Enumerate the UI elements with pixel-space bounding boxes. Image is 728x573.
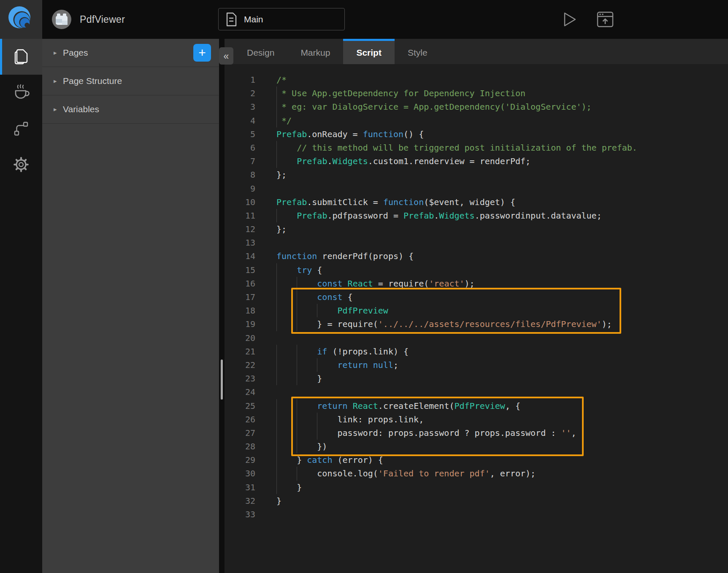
document-icon bbox=[225, 12, 237, 27]
indent-guide bbox=[297, 317, 297, 331]
tab-script[interactable]: Script bbox=[343, 39, 395, 64]
indent-guide bbox=[276, 304, 277, 317]
tab-markup[interactable]: Markup bbox=[287, 39, 343, 64]
indent-guide bbox=[276, 426, 277, 440]
code-text: if (!props.link) { bbox=[255, 345, 728, 358]
line-number: 33 bbox=[225, 508, 255, 521]
code-line: 1/* bbox=[225, 73, 728, 86]
code-line: 10Prefab.submitClick = function($event, … bbox=[225, 195, 728, 209]
code-text bbox=[255, 182, 728, 195]
indent-guide bbox=[297, 399, 297, 413]
indent-guide bbox=[276, 358, 277, 372]
triangle-right-icon: ▸ bbox=[54, 49, 60, 57]
code-text: * eg: var DialogService = App.getDepende… bbox=[255, 100, 728, 114]
indent-guide bbox=[297, 277, 297, 290]
project-info: PdfViewer bbox=[51, 0, 125, 39]
line-number: 30 bbox=[225, 467, 255, 480]
line-number: 11 bbox=[225, 209, 255, 222]
code-editor[interactable]: 1/*2 * Use App.getDependency for Depende… bbox=[225, 64, 728, 573]
sidebar-item-settings[interactable] bbox=[0, 146, 42, 182]
connector-icon bbox=[14, 121, 29, 136]
line-number: 32 bbox=[225, 494, 255, 508]
code-text: const React = require('react'); bbox=[255, 277, 728, 290]
indent-guide bbox=[297, 426, 297, 440]
indent-guide bbox=[276, 345, 277, 358]
main-page-button[interactable]: Main bbox=[218, 8, 345, 30]
indent-guide bbox=[297, 304, 297, 317]
code-line: 26 link: props.link, bbox=[225, 413, 728, 426]
line-number: 12 bbox=[225, 222, 255, 236]
triangle-right-icon: ▸ bbox=[54, 77, 60, 85]
run-button[interactable] bbox=[563, 11, 577, 27]
code-line: 21 if (!props.link) { bbox=[225, 345, 728, 358]
line-number: 18 bbox=[225, 304, 255, 317]
section-variables-label: Variables bbox=[63, 104, 99, 114]
line-number: 5 bbox=[225, 127, 255, 141]
line-number: 13 bbox=[225, 236, 255, 249]
sidebar-item-pages[interactable] bbox=[0, 39, 42, 75]
indent-guide bbox=[276, 413, 277, 426]
indent-guide bbox=[276, 399, 277, 413]
code-text: } = require('../../../assets/resources/f… bbox=[255, 317, 728, 331]
code-line: 17 const { bbox=[225, 290, 728, 304]
indent-guide bbox=[276, 209, 277, 222]
add-page-button[interactable]: + bbox=[193, 44, 211, 62]
sidebar-item-java-services[interactable] bbox=[0, 75, 42, 111]
section-pages[interactable]: ▸ Pages + bbox=[42, 39, 219, 67]
code-line: 23 } bbox=[225, 372, 728, 385]
indent-guide bbox=[276, 290, 277, 304]
code-text bbox=[255, 236, 728, 249]
scrollbar-thumb[interactable] bbox=[221, 359, 223, 400]
code-line: 19 } = require('../../../assets/resource… bbox=[225, 317, 728, 331]
section-variables[interactable]: ▸ Variables bbox=[42, 95, 219, 124]
code-line: 9 bbox=[225, 182, 728, 195]
collapse-panel-button[interactable]: « bbox=[219, 47, 233, 65]
code-text: Prefab.pdfpassword = Prefab.Widgets.pass… bbox=[255, 209, 728, 222]
code-text: console.log('Failed to render pdf', erro… bbox=[255, 467, 728, 480]
indent-guide bbox=[317, 426, 317, 440]
triangle-right-icon: ▸ bbox=[54, 105, 60, 113]
wavemaker-logo[interactable] bbox=[0, 0, 42, 39]
code-text: function renderPdf(props) { bbox=[255, 249, 728, 263]
indent-guide bbox=[317, 413, 317, 426]
line-number: 15 bbox=[225, 263, 255, 277]
line-number: 25 bbox=[225, 399, 255, 413]
line-number: 29 bbox=[225, 453, 255, 467]
line-number: 21 bbox=[225, 345, 255, 358]
preview-in-window-button[interactable] bbox=[596, 11, 614, 28]
line-number: 19 bbox=[225, 317, 255, 331]
coffee-cup-icon bbox=[12, 84, 30, 102]
section-page-structure[interactable]: ▸ Page Structure bbox=[42, 67, 219, 95]
indent-guide bbox=[297, 290, 297, 304]
indent-guide bbox=[276, 154, 277, 168]
code-text: const { bbox=[255, 290, 728, 304]
code-text bbox=[255, 508, 728, 521]
line-number: 16 bbox=[225, 277, 255, 290]
editor-tabs: Design Markup Script Style bbox=[225, 39, 728, 64]
sidebar-item-api-designer[interactable] bbox=[0, 111, 42, 146]
indent-guide bbox=[317, 358, 317, 372]
indent-guide bbox=[276, 114, 277, 127]
panel-divider bbox=[219, 39, 225, 573]
code-text: }; bbox=[255, 222, 728, 236]
code-line: 15 try { bbox=[225, 263, 728, 277]
window-upload-icon bbox=[596, 11, 614, 28]
code-text: } bbox=[255, 481, 728, 494]
code-line: 14function renderPdf(props) { bbox=[225, 249, 728, 263]
code-text: }; bbox=[255, 168, 728, 181]
line-number: 6 bbox=[225, 141, 255, 154]
line-number: 10 bbox=[225, 195, 255, 209]
line-number: 4 bbox=[225, 114, 255, 127]
line-number: 9 bbox=[225, 182, 255, 195]
indent-guide bbox=[297, 345, 297, 358]
page-title: PdfViewer bbox=[80, 14, 125, 25]
code-text: Prefab.Widgets.custom1.renderview = rend… bbox=[255, 154, 728, 168]
tab-design[interactable]: Design bbox=[234, 39, 287, 64]
code-line: 20 bbox=[225, 331, 728, 345]
tab-style[interactable]: Style bbox=[395, 39, 441, 64]
code-line: 13 bbox=[225, 236, 728, 249]
line-number: 8 bbox=[225, 168, 255, 181]
code-text: PdfPreview bbox=[255, 304, 728, 317]
line-number: 14 bbox=[225, 249, 255, 263]
code-text: Prefab.onReady = function() { bbox=[255, 127, 728, 141]
